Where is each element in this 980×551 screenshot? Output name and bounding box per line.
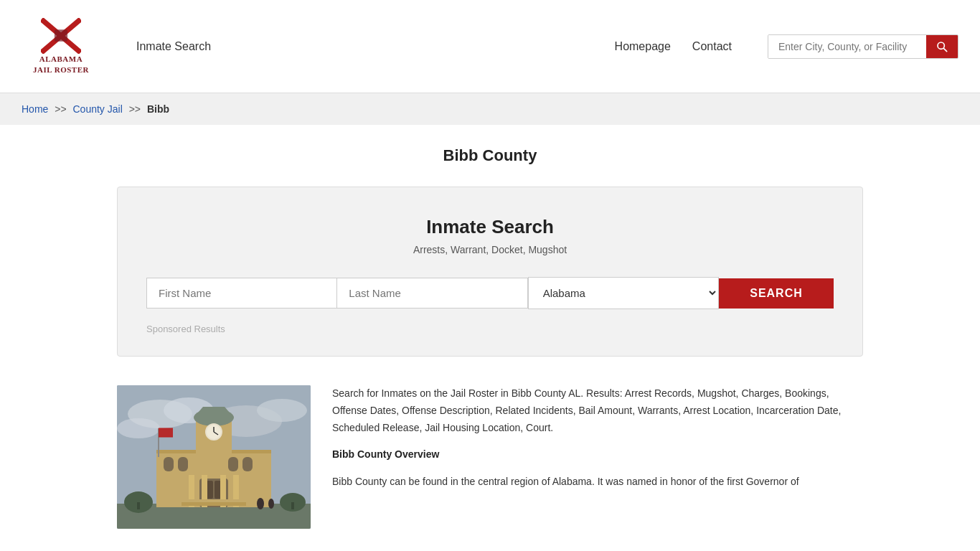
search-icon	[936, 41, 948, 52]
site-header: ALABAMA JAIL ROSTER Inmate Search Homepa…	[0, 0, 980, 93]
state-select[interactable]: Alabama Alaska Arizona Arkansas Californ…	[528, 277, 719, 309]
logo-icon	[41, 18, 81, 54]
breadcrumb-sep2: >>	[129, 103, 141, 115]
page-title: Bibb County	[117, 146, 863, 165]
content-section: Search for Inmates on the Jail Roster in…	[117, 385, 863, 529]
search-section-title: Inmate Search	[146, 216, 834, 238]
logo-area: ALABAMA JAIL ROSTER	[22, 18, 100, 75]
svg-rect-43	[291, 502, 294, 509]
search-form-row: Alabama Alaska Arizona Arkansas Californ…	[146, 277, 834, 309]
svg-point-45	[268, 499, 274, 509]
content-text: Search for Inmates on the Jail Roster in…	[332, 385, 863, 501]
search-button[interactable]: SEARCH	[719, 278, 834, 309]
breadcrumb-county-jail[interactable]: County Jail	[73, 103, 123, 115]
header-search-button[interactable]	[926, 35, 958, 58]
nav-homepage-link[interactable]: Homepage	[615, 40, 671, 53]
header-search-bar	[768, 34, 958, 59]
svg-point-11	[257, 399, 307, 422]
svg-point-44	[257, 498, 264, 509]
breadcrumb-sep1: >>	[55, 103, 66, 115]
svg-rect-37	[159, 428, 173, 437]
svg-rect-4	[55, 30, 67, 42]
first-name-input[interactable]	[146, 278, 336, 309]
search-section: Inmate Search Arrests, Warrant, Docket, …	[117, 187, 863, 357]
sponsored-results-label: Sponsored Results	[146, 324, 834, 334]
main-content: Bibb County Inmate Search Arrests, Warra…	[95, 125, 885, 543]
nav-contact-link[interactable]: Contact	[692, 40, 732, 53]
header-search-input[interactable]	[768, 35, 926, 58]
overview-text: Bibb County can be found in the central …	[332, 474, 863, 491]
svg-rect-1	[42, 18, 81, 22]
last-name-input[interactable]	[336, 278, 527, 309]
description-text: Search for Inmates on the Jail Roster in…	[332, 385, 863, 436]
svg-rect-24	[178, 457, 188, 471]
breadcrumb: Home >> County Jail >> Bibb	[0, 93, 980, 125]
nav-right: Homepage Contact	[615, 34, 958, 59]
svg-rect-23	[164, 457, 174, 471]
courthouse-image	[117, 385, 311, 529]
svg-rect-34	[182, 502, 246, 506]
overview-heading: Bibb County Overview	[332, 446, 863, 463]
breadcrumb-home[interactable]: Home	[22, 103, 48, 115]
search-section-subtitle: Arrests, Warrant, Docket, Mugshot	[146, 244, 834, 255]
svg-rect-26	[242, 457, 253, 471]
nav-inmate-search[interactable]: Inmate Search	[129, 37, 218, 57]
courthouse-svg	[117, 385, 311, 529]
svg-point-12	[117, 418, 160, 438]
svg-line-6	[943, 48, 946, 51]
svg-rect-35	[185, 499, 242, 502]
svg-rect-42	[137, 502, 140, 509]
svg-rect-25	[228, 457, 238, 471]
logo-text: ALABAMA JAIL ROSTER	[33, 54, 89, 75]
breadcrumb-current: Bibb	[147, 103, 169, 115]
primary-nav: Inmate Search	[129, 37, 615, 57]
